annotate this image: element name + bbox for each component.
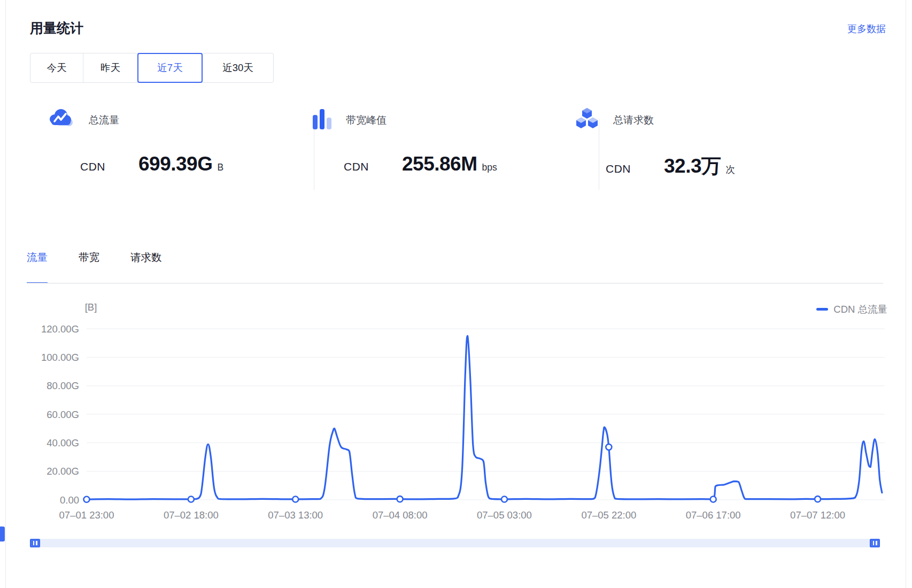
stat-label: 带宽峰值 xyxy=(346,113,387,127)
stat-card-total-requests: 总请求数 CDN 32.3万 次 xyxy=(574,107,809,180)
partial-floating-element[interactable] xyxy=(0,527,5,541)
metric-tabs: 流量 带宽 请求数 xyxy=(27,250,162,284)
stat-value: 255.86M xyxy=(402,153,477,175)
tab-bandwidth[interactable]: 带宽 xyxy=(79,250,99,284)
svg-text:07–01 23:00: 07–01 23:00 xyxy=(59,509,114,521)
stat-label: 总请求数 xyxy=(613,113,654,127)
svg-text:07–02 18:00: 07–02 18:00 xyxy=(164,509,219,521)
stat-product: CDN xyxy=(606,163,631,175)
svg-text:120.00G: 120.00G xyxy=(41,323,79,335)
svg-text:07–05 03:00: 07–05 03:00 xyxy=(477,509,532,521)
svg-text:80.00G: 80.00G xyxy=(47,380,79,391)
svg-text:20.00G: 20.00G xyxy=(47,466,79,477)
tab-traffic[interactable]: 流量 xyxy=(27,250,48,284)
svg-text:07–04 08:00: 07–04 08:00 xyxy=(373,509,428,521)
svg-text:0.00: 0.00 xyxy=(60,494,79,506)
stat-unit: B xyxy=(217,162,223,173)
cloud-traffic-icon xyxy=(48,106,76,134)
range-tab-last-30-days[interactable]: 近30天 xyxy=(203,53,273,82)
stat-value: 699.39G xyxy=(138,153,212,175)
stat-label: 总流量 xyxy=(89,113,119,127)
stat-unit: bps xyxy=(482,162,497,173)
stat-card-total-traffic: 总流量 CDN 699.39G B xyxy=(48,107,278,175)
stat-value: 32.3万 xyxy=(664,153,721,180)
time-range-tabs: 今天 昨天 近7天 近30天 xyxy=(30,53,274,83)
stat-unit: 次 xyxy=(726,163,736,176)
range-tab-last-7-days[interactable]: 近7天 xyxy=(138,53,203,82)
chart-zoom-slider-track[interactable] xyxy=(30,539,880,547)
stat-product: CDN xyxy=(344,160,369,173)
usage-chart-svg: 120.00G100.00G80.00G60.00G40.00G20.00G0.… xyxy=(0,294,912,529)
stat-card-peak-bandwidth: 带宽峰值 CDN 255.86M bps xyxy=(312,107,547,175)
more-data-link[interactable]: 更多数据 xyxy=(847,22,886,35)
slider-right-handle[interactable] xyxy=(870,539,880,547)
stat-product: CDN xyxy=(80,160,105,173)
svg-text:07–07 12:00: 07–07 12:00 xyxy=(790,509,845,521)
svg-text:60.00G: 60.00G xyxy=(47,409,79,420)
page-title: 用量统计 xyxy=(30,19,83,37)
svg-text:40.00G: 40.00G xyxy=(47,437,79,448)
request-cubes-icon xyxy=(574,106,600,134)
svg-text:07–05 22:00: 07–05 22:00 xyxy=(581,509,636,521)
tab-requests[interactable]: 请求数 xyxy=(130,250,162,284)
tabs-divider-line xyxy=(27,283,883,284)
slider-left-handle[interactable] xyxy=(30,539,40,547)
bandwidth-bars-icon xyxy=(312,106,333,134)
svg-text:100.00G: 100.00G xyxy=(41,352,79,363)
svg-text:07–06 17:00: 07–06 17:00 xyxy=(686,509,741,521)
svg-text:07–03 13:00: 07–03 13:00 xyxy=(268,509,323,521)
range-tab-yesterday[interactable]: 昨天 xyxy=(83,53,138,82)
range-tab-today[interactable]: 今天 xyxy=(30,53,83,82)
